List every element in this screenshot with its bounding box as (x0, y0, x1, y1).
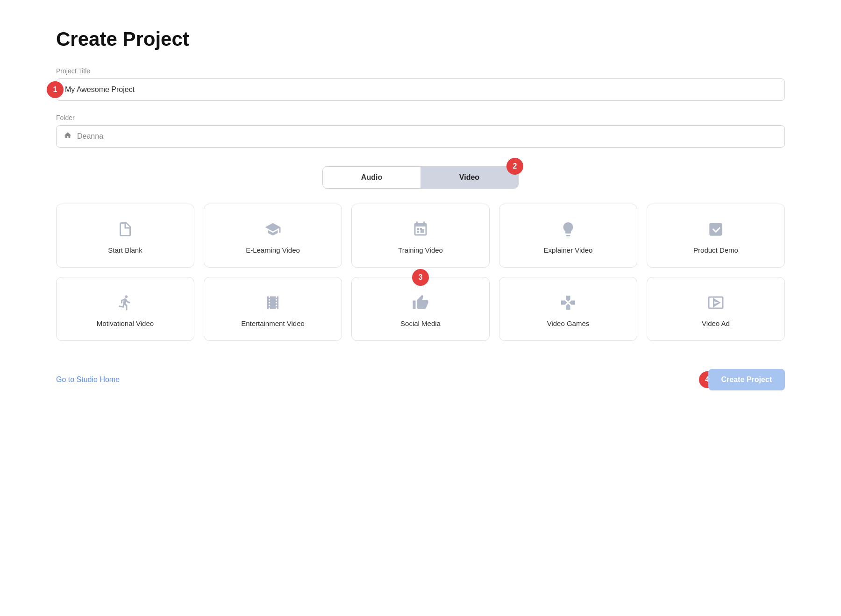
project-title-wrapper: 1 (56, 78, 785, 101)
tab-audio[interactable]: Audio (323, 167, 420, 188)
folder-label: Folder (56, 114, 785, 121)
card-entertainment-video[interactable]: Entertainment Video (204, 277, 342, 341)
card-label-entertainment: Entertainment Video (241, 319, 305, 327)
video-games-icon (560, 294, 577, 311)
folder-input[interactable] (56, 125, 785, 148)
project-title-input[interactable] (56, 78, 785, 101)
card-label-motivational: Motivational Video (97, 319, 154, 327)
card-label-start-blank: Start Blank (108, 246, 142, 254)
blank-icon (117, 221, 134, 238)
project-title-label: Project Title (56, 67, 785, 75)
tabs-section: Audio Video 2 (56, 166, 785, 189)
card-social-media[interactable]: 3 Social Media (351, 277, 490, 341)
home-icon (64, 131, 72, 142)
tabs-container: Audio Video (322, 166, 519, 189)
step-badge-3: 3 (412, 269, 429, 286)
social-media-icon (412, 294, 429, 311)
page-title: Create Project (56, 28, 785, 50)
card-start-blank[interactable]: Start Blank (56, 204, 194, 268)
card-label-social-media: Social Media (400, 319, 441, 327)
card-label-video-ad: Video Ad (702, 319, 730, 327)
footer: Go to Studio Home 4 Create Project (56, 360, 785, 400)
cards-row-2: Motivational Video Entertainment Video 3… (56, 277, 785, 341)
card-video-ad[interactable]: Video Ad (647, 277, 785, 341)
step-badge-2: 2 (506, 158, 523, 175)
explainer-icon (560, 221, 577, 238)
card-label-elearning: E-Learning Video (246, 246, 300, 254)
card-label-video-games: Video Games (547, 319, 590, 327)
training-icon (412, 221, 429, 238)
card-product-demo[interactable]: Product Demo (647, 204, 785, 268)
step-badge-1: 1 (47, 81, 64, 98)
card-training-video[interactable]: Training Video (351, 204, 490, 268)
card-elearning-video[interactable]: E-Learning Video (204, 204, 342, 268)
card-video-games[interactable]: Video Games (499, 277, 637, 341)
card-explainer-video[interactable]: Explainer Video (499, 204, 637, 268)
card-label-product-demo: Product Demo (693, 246, 738, 254)
entertainment-icon (264, 294, 281, 311)
card-motivational-video[interactable]: Motivational Video (56, 277, 194, 341)
product-demo-icon (707, 221, 724, 238)
video-ad-icon (707, 294, 724, 311)
cards-row-1: Start Blank E-Learning Video Training Vi… (56, 204, 785, 268)
tab-video[interactable]: Video (420, 167, 518, 188)
card-label-explainer: Explainer Video (544, 246, 593, 254)
go-home-link[interactable]: Go to Studio Home (56, 375, 120, 384)
elearning-icon (264, 221, 281, 238)
motivational-icon (117, 294, 134, 311)
card-label-training: Training Video (398, 246, 443, 254)
create-project-button[interactable]: Create Project (708, 369, 785, 390)
